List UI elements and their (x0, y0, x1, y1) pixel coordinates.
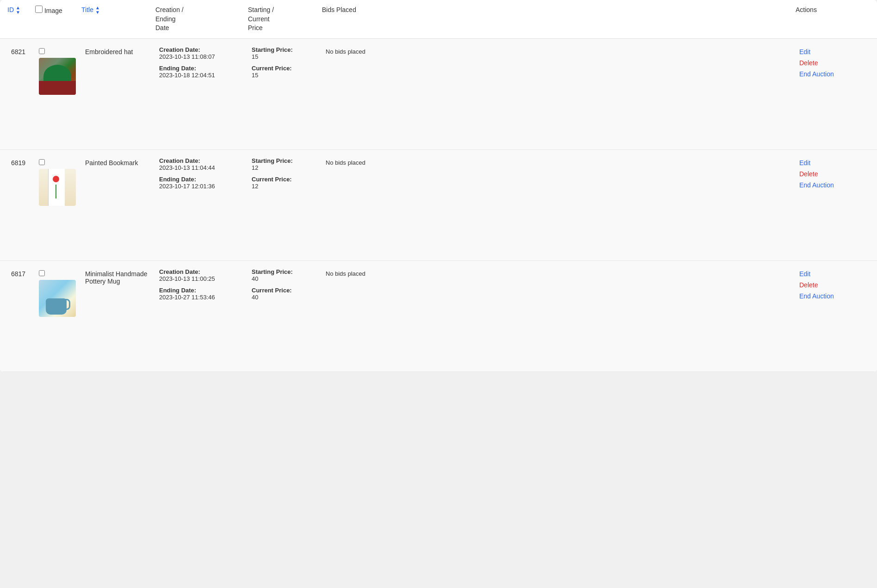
row-1-end-auction-button[interactable]: End Auction (799, 70, 866, 78)
row-1-id: 6821 (7, 46, 35, 56)
row-2-title: Painted Bookmark (81, 157, 155, 167)
row-2-bids: No bids placed (322, 157, 796, 166)
row-1-dates: Creation Date: 2023-10-13 11:08:07 Endin… (155, 46, 248, 83)
table-header: ID ▲▼ Image Title ▲▼ Creation /EndingDat… (0, 0, 877, 39)
header-image: Image (35, 6, 81, 16)
title-sort-arrows[interactable]: ▲▼ (95, 6, 100, 15)
row-1-image (39, 58, 76, 95)
auction-table: ID ▲▼ Image Title ▲▼ Creation /EndingDat… (0, 0, 877, 372)
table-row: 6817 Minimalist Handmade Pottery Mug Cre… (0, 261, 877, 372)
select-all-checkbox[interactable] (35, 6, 43, 13)
row-3-bids: No bids placed (322, 268, 796, 277)
header-bids-placed: Bids Placed (322, 6, 796, 15)
row-3-checkbox[interactable] (39, 270, 45, 276)
row-2-end-auction-button[interactable]: End Auction (799, 181, 866, 189)
row-1-delete-button[interactable]: Delete (799, 59, 866, 67)
row-2-dates: Creation Date: 2023-10-13 11:04:44 Endin… (155, 157, 248, 194)
row-3-price: Starting Price: 40 Current Price: 40 (248, 268, 322, 305)
row-2-image (39, 169, 76, 206)
header-title[interactable]: Title ▲▼ (81, 6, 155, 15)
row-3-edit-button[interactable]: Edit (799, 270, 866, 278)
row-2-checkbox[interactable] (39, 159, 45, 165)
row-3-image (39, 280, 76, 317)
row-2-price: Starting Price: 12 Current Price: 12 (248, 157, 322, 194)
row-2-edit-button[interactable]: Edit (799, 159, 866, 167)
row-3-title: Minimalist Handmade Pottery Mug (81, 268, 155, 285)
header-creation-ending-date: Creation /EndingDate (155, 6, 248, 33)
header-actions: Actions (796, 6, 870, 15)
row-1-price: Starting Price: 15 Current Price: 15 (248, 46, 322, 83)
row-3-delete-button[interactable]: Delete (799, 281, 866, 289)
row-1-bids: No bids placed (322, 46, 796, 55)
row-3-id: 6817 (7, 268, 35, 278)
row-1-edit-button[interactable]: Edit (799, 48, 866, 56)
row-3-actions: Edit Delete End Auction (796, 268, 870, 300)
row-3-image-cell (35, 268, 81, 317)
row-2-actions: Edit Delete End Auction (796, 157, 870, 189)
row-2-delete-button[interactable]: Delete (799, 170, 866, 178)
header-id[interactable]: ID ▲▼ (7, 6, 35, 15)
table-row: 6821 Embroidered hat Creation Date: 2023… (0, 39, 877, 150)
id-sort-arrows[interactable]: ▲▼ (16, 6, 20, 15)
row-3-end-auction-button[interactable]: End Auction (799, 292, 866, 300)
row-1-checkbox[interactable] (39, 48, 45, 54)
row-1-image-cell (35, 46, 81, 95)
row-1-title: Embroidered hat (81, 46, 155, 56)
row-2-image-cell (35, 157, 81, 206)
header-starting-current-price: Starting /CurrentPrice (248, 6, 322, 33)
row-2-id: 6819 (7, 157, 35, 167)
table-row: 6819 Painted Bookmark Creation Date: 202… (0, 150, 877, 261)
row-1-actions: Edit Delete End Auction (796, 46, 870, 78)
row-3-dates: Creation Date: 2023-10-13 11:00:25 Endin… (155, 268, 248, 305)
